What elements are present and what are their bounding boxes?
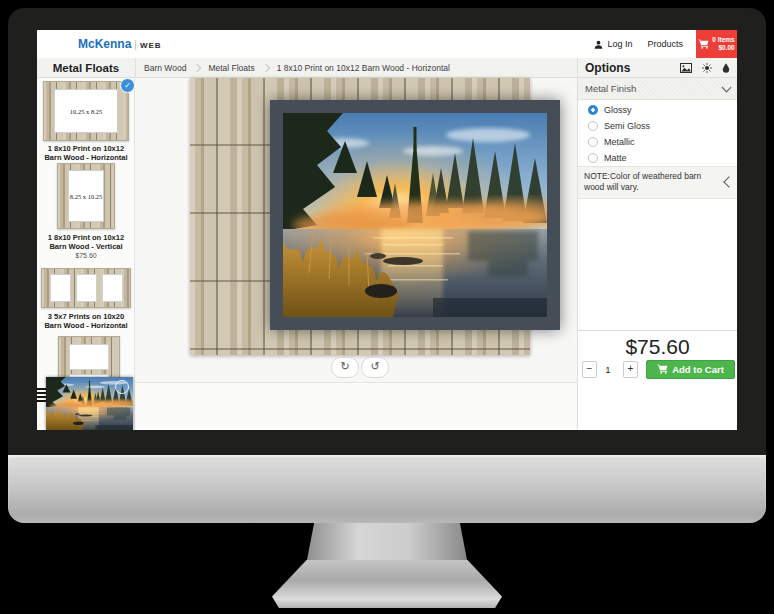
- finish-label: Semi Gloss: [604, 121, 650, 131]
- cart-icon: [657, 364, 668, 374]
- item-price: $75.60: [37, 252, 135, 259]
- rotate-counterclockwise-button[interactable]: ↺: [361, 357, 389, 378]
- logo-secondary: WEB: [140, 41, 162, 50]
- chevron-right-icon: [193, 63, 201, 71]
- monitor-chin: [8, 455, 766, 523]
- products-link[interactable]: Products: [647, 39, 683, 49]
- finish-label: Matte: [604, 153, 627, 163]
- finish-label: Metallic: [604, 137, 635, 147]
- finish-option-glossy[interactable]: Glossy: [578, 102, 737, 118]
- product-sidebar: 10.25 x 8.25 ✓ 1 8x10 Print on 10x12 Bar…: [37, 78, 135, 430]
- user-icon: [594, 40, 603, 49]
- droplet-icon[interactable]: [722, 63, 730, 73]
- sunrise-photo: [283, 113, 547, 317]
- finish-label: Glossy: [604, 105, 632, 115]
- thumb-size-label: 8.25 x 10.25: [68, 170, 104, 222]
- item-title: 1 8x10 Print on 10x12: [37, 233, 135, 242]
- radio-icon: [588, 137, 598, 147]
- quantity-increase-button[interactable]: +: [623, 361, 638, 378]
- item-title: Barn Wood - Horizontal: [37, 321, 135, 330]
- mini-print: [69, 344, 109, 370]
- breadcrumb-item-current: 1 8x10 Print on 10x12 Barn Wood - Horizo…: [277, 63, 450, 73]
- add-to-cart-button[interactable]: Add to Cart: [646, 360, 735, 379]
- sidebar-item-photo-thumbnail[interactable]: [46, 377, 133, 430]
- thumb-size-label: 10.25 x 8.25: [54, 89, 118, 133]
- login-label: Log In: [607, 39, 632, 49]
- login-link[interactable]: Log In: [594, 39, 632, 49]
- finish-option-metallic[interactable]: Metallic: [578, 134, 737, 150]
- finish-option-matte[interactable]: Matte: [578, 150, 737, 166]
- sun-icon[interactable]: [702, 63, 712, 73]
- item-title: Barn Wood - Vertical: [37, 242, 135, 251]
- cart-summary: 0 Items $0.00: [712, 36, 734, 52]
- preview-photo: [270, 100, 560, 330]
- menu-icon[interactable]: [37, 388, 46, 403]
- selected-check-icon: ✓: [120, 78, 135, 93]
- item-title: Barn Wood - Horizontal: [37, 153, 135, 162]
- options-title: Options: [585, 61, 630, 75]
- metal-finish-label: Metal Finish: [585, 83, 636, 94]
- sidebar-item-8x10-vertical[interactable]: 8.25 x 10.25: [57, 163, 115, 229]
- item-title: 1 8x10 Print on 10x12: [37, 144, 135, 153]
- item-title: 3 5x7 Prints on 10x20: [37, 312, 135, 321]
- preview-footer-divider: [135, 382, 577, 430]
- radio-selected-icon: [588, 105, 598, 115]
- options-panel: Metal Finish Glossy Semi Gloss Metallic …: [577, 78, 737, 430]
- preview-area: ↻ ↺: [135, 78, 577, 430]
- cart-total: $0.00: [718, 44, 734, 52]
- screen: McKenna | WEB Log In Products 0 Items $0…: [37, 30, 737, 430]
- unselected-circle-badge: [115, 380, 129, 394]
- quantity-value: 1: [597, 364, 619, 375]
- monitor-stand-neck: [306, 523, 468, 565]
- mini-print: [76, 274, 97, 302]
- barn-wood-board: [190, 78, 530, 355]
- cart-count: 0 Items: [712, 36, 734, 44]
- quantity-decrease-button[interactable]: −: [582, 361, 597, 378]
- logo-divider: |: [134, 39, 137, 50]
- chevron-right-icon: [261, 63, 269, 71]
- sidebar-item-8x10-horizontal[interactable]: 10.25 x 8.25 ✓: [43, 81, 129, 141]
- monitor-stand-foot: [272, 560, 502, 608]
- barn-wood-note: NOTE:Color of weathered barn wood will v…: [578, 166, 737, 199]
- sidebar-item-3-5x7-horizontal[interactable]: [41, 268, 131, 308]
- breadcrumb-item-metal-floats[interactable]: Metal Floats: [208, 63, 254, 73]
- cart-icon: [698, 39, 709, 49]
- add-to-cart-label: Add to Cart: [672, 364, 724, 375]
- radio-icon: [588, 121, 598, 131]
- chevron-down-icon: [722, 82, 732, 92]
- options-toolbar: [680, 63, 730, 73]
- radio-icon: [588, 153, 598, 163]
- metal-finish-section-header[interactable]: Metal Finish: [578, 78, 737, 100]
- purchase-row: − 1 + Add to Cart: [578, 359, 737, 379]
- header-nav: Log In Products 0 Items $0.00: [594, 30, 737, 58]
- sidebar-title: Metal Floats: [37, 58, 136, 77]
- options-header: Options: [577, 58, 737, 77]
- finish-option-semi-gloss[interactable]: Semi Gloss: [578, 118, 737, 134]
- finish-radio-group: Glossy Semi Gloss Metallic Matte: [578, 102, 737, 166]
- image-icon[interactable]: [680, 63, 692, 73]
- breadcrumb-item-barn-wood[interactable]: Barn Wood: [144, 63, 186, 73]
- product-price: $75.60: [578, 331, 737, 359]
- logo-primary: McKenna: [78, 37, 131, 51]
- app-header: McKenna | WEB Log In Products 0 Items $0…: [37, 30, 737, 58]
- brand-logo: McKenna | WEB: [78, 37, 162, 51]
- cart-button[interactable]: 0 Items $0.00: [696, 30, 737, 58]
- mini-print: [102, 274, 123, 302]
- mini-print: [50, 274, 71, 302]
- price-section: $75.60: [578, 330, 737, 359]
- top-band: Metal Floats Barn Wood Metal Floats 1 8x…: [37, 58, 737, 78]
- breadcrumb: Barn Wood Metal Floats 1 8x10 Print on 1…: [136, 58, 577, 77]
- rotate-clockwise-button[interactable]: ↻: [331, 357, 359, 378]
